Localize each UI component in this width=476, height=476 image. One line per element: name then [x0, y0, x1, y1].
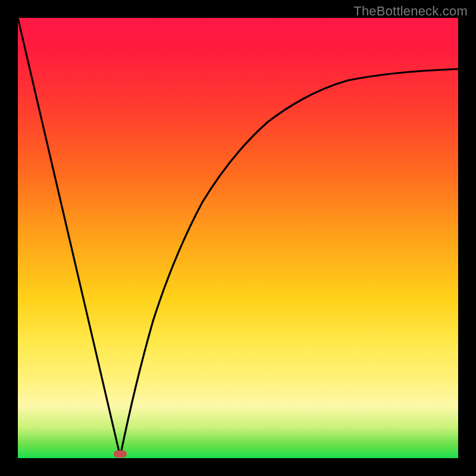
curve-left-branch: [18, 18, 120, 456]
bottleneck-curve: [18, 18, 458, 458]
plot-area: [18, 18, 458, 458]
min-marker: [114, 450, 127, 458]
watermark-text: TheBottleneck.com: [353, 4, 468, 19]
chart-frame: TheBottleneck.com: [0, 0, 476, 476]
curve-right-branch: [120, 69, 458, 456]
